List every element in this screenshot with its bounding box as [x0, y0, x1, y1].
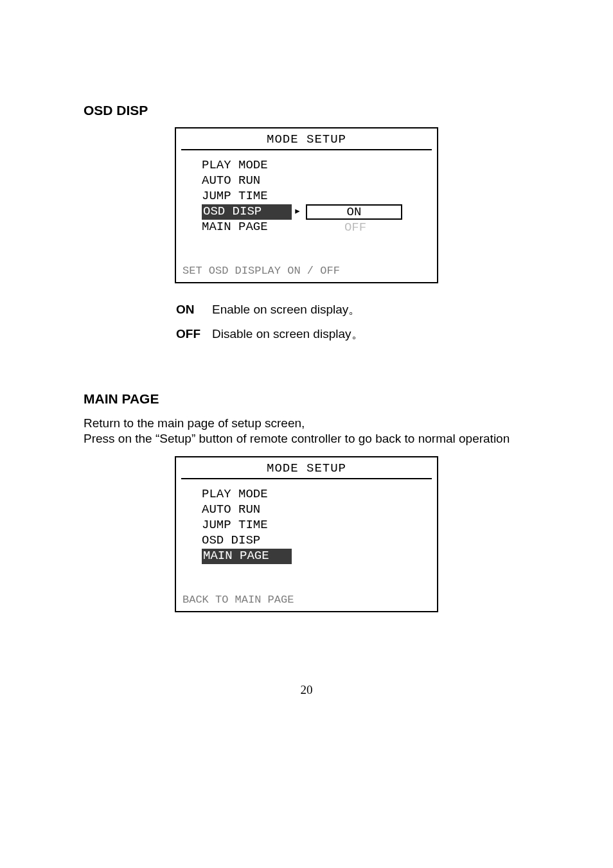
menu-item-label: PLAY MODE [202, 487, 292, 502]
definition-text: Enable on screen display。 [212, 301, 529, 318]
menu-item-label: OSD DISP [202, 533, 292, 549]
body-line: Return to the main page of setup screen, [84, 416, 305, 430]
menu-item-label: AUTO RUN [202, 173, 292, 189]
definitions-list: ON Enable on screen display。 OFF Disable… [176, 301, 529, 342]
body-paragraph: Return to the main page of setup screen,… [84, 416, 529, 447]
menu-item-label: JUMP TIME [202, 518, 292, 533]
definition-on: ON Enable on screen display。 [176, 301, 529, 318]
menu-item-play-mode[interactable]: PLAY MODE [202, 487, 431, 502]
divider [181, 149, 432, 150]
vertical-spacer [84, 350, 529, 391]
divider [181, 478, 432, 479]
menu-item-jump-time[interactable]: JUMP TIME [202, 518, 431, 533]
menu-item-label: JUMP TIME [202, 189, 292, 204]
mode-setup-title: MODE SETUP [176, 457, 437, 478]
menu-item-main-page[interactable]: MAIN PAGE OFF [202, 220, 431, 235]
mode-setup-panel-1: MODE SETUP PLAY MODE AUTO RUN JUMP TIME … [84, 127, 529, 283]
body-line: Press on the “Setup” button of remote co… [84, 432, 510, 445]
mode-setup-title: MODE SETUP [176, 128, 437, 149]
option-value-off[interactable]: OFF [307, 220, 404, 235]
menu-item-osd-disp[interactable]: OSD DISP ▸ ON [202, 204, 431, 220]
hint-text: SET OSD DISPLAY ON / OFF [176, 261, 437, 282]
menu-item-label: MAIN PAGE [202, 220, 292, 235]
page-number: 20 [84, 683, 529, 697]
heading-osd-disp: OSD DISP [84, 103, 529, 118]
menu-item-auto-run[interactable]: AUTO RUN [202, 173, 431, 189]
mode-setup-box: MODE SETUP PLAY MODE AUTO RUN JUMP TIME … [175, 127, 438, 283]
menu-items: PLAY MODE AUTO RUN JUMP TIME OSD DISP ▸ … [176, 155, 437, 261]
definition-key: OFF [176, 327, 212, 341]
menu-item-main-page[interactable]: MAIN PAGE [202, 549, 431, 564]
page-content: OSD DISP MODE SETUP PLAY MODE AUTO RUN J… [0, 0, 613, 736]
menu-items: PLAY MODE AUTO RUN JUMP TIME OSD DISP MA… [176, 484, 437, 590]
menu-item-jump-time[interactable]: JUMP TIME [202, 189, 431, 204]
heading-main-page: MAIN PAGE [84, 391, 529, 407]
menu-item-label: AUTO RUN [202, 502, 292, 518]
option-value-on[interactable]: ON [306, 204, 402, 220]
arrow-right-icon: ▸ [292, 204, 303, 220]
menu-item-label-selected: OSD DISP [202, 204, 292, 220]
definition-off: OFF Disable on screen display。 [176, 326, 529, 342]
mode-setup-panel-2: MODE SETUP PLAY MODE AUTO RUN JUMP TIME … [84, 456, 529, 612]
definition-key: ON [176, 303, 212, 317]
menu-item-osd-disp[interactable]: OSD DISP [202, 533, 431, 549]
definition-text: Disable on screen display。 [212, 326, 529, 342]
hint-text: BACK TO MAIN PAGE [176, 590, 437, 611]
menu-item-play-mode[interactable]: PLAY MODE [202, 158, 431, 173]
menu-item-label-selected: MAIN PAGE [202, 549, 292, 564]
menu-item-label: PLAY MODE [202, 158, 292, 173]
menu-item-auto-run[interactable]: AUTO RUN [202, 502, 431, 518]
mode-setup-box: MODE SETUP PLAY MODE AUTO RUN JUMP TIME … [175, 456, 438, 612]
